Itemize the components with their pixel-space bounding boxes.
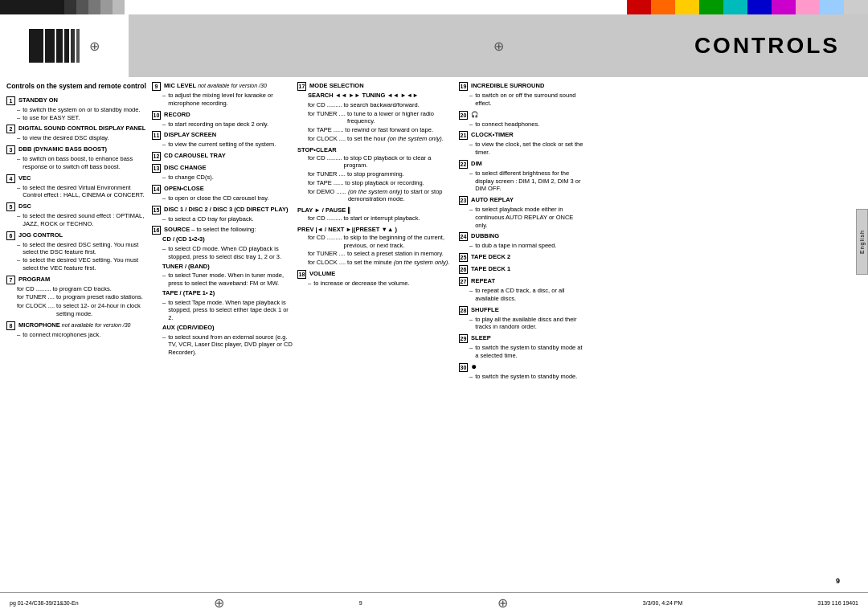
item-power: 30 ⏺ to switch the system to standby mod… [459,363,583,381]
footer: pg 01-24/C38-39/21&30-En ⊕ 9 ⊕ 3/3/00, 4… [0,592,868,613]
item-disc-change: 13 DISC CHANGE to change CD(s). [152,164,293,182]
item-num-5: 5 [6,202,15,211]
english-tab: English [856,209,868,275]
crosshair-bottom-center: ⊕ [497,595,508,611]
column-1: Controls on the system and remote contro… [6,82,147,383]
footer-page: 9 [359,600,362,606]
item-digital-sound: 2 DIGITAL SOUND CONTROL DISPLAY PANEL to… [6,125,147,142]
footer-date: 3/3/00, 4:24 PM [643,600,682,606]
item-tape-deck-2: 25 TAPE DECK 2 [459,253,583,262]
item-num-7: 7 [6,276,15,284]
item-record: 10 RECORD to start recording on tape dec… [152,111,293,129]
item-program: 7 PROGRAM for CD .........to program CD … [6,276,147,318]
bar-3 [56,29,63,63]
color-gray4 [113,0,125,14]
item-num-12: 12 [152,152,161,161]
item-num-17: 17 [297,82,306,91]
bar-4 [64,29,69,63]
footer-left: pg 01-24/C38-39/21&30-En [10,600,79,606]
color-yellow [675,0,699,14]
item-num-25: 25 [459,253,468,262]
color-red [627,0,651,14]
item-shuffle: 28 SHUFFLE to play all the available dis… [459,306,583,332]
item-num-6: 6 [6,231,15,240]
color-gray3 [100,0,113,14]
item-source: 16 SOURCE – to select the following: CD … [152,226,293,357]
item-dim: 22 DIM to select different brightness fo… [459,160,583,193]
column-2: 9 MIC LEVEL not available for version /3… [152,82,293,383]
item-mode-selection: 17 MODE SELECTION SEARCH ◄◄ ►► TUNING ◄◄… [297,82,454,143]
bar-5 [71,29,75,63]
item-jog: 6 JOG CONTROL to select the desired DSC … [6,231,147,272]
column-3: 17 MODE SELECTION SEARCH ◄◄ ►► TUNING ◄◄… [297,82,454,383]
color-bar [0,0,868,14]
column-4: 19 INCREDIBLE SURROUND to switch on or o… [459,82,600,383]
item-num-16: 16 [152,226,161,235]
item-num-11: 11 [152,131,161,140]
item-dbb: 3 DBB (DYNAMIC BASS BOOST) to switch on … [6,145,147,171]
color-light-blue [820,0,844,14]
item-stop-clear: STOP•CLEAR for CD .........to stop CD pl… [297,146,454,204]
item-play-pause: PLAY ► / PAUSE ‖ for CD .........to star… [297,206,454,223]
item-incredible-surround: 19 INCREDIBLE SURROUND to switch on or o… [459,82,583,108]
crosshair-top-center: ⊕ [493,39,504,54]
item-open-close: 14 OPEN•CLOSE to open or close the CD ca… [152,185,293,202]
item-num-29: 29 [459,334,468,343]
color-white-space [125,0,627,14]
item-num-15: 15 [152,206,161,215]
bar-2 [45,29,55,63]
item-num-21: 21 [459,131,468,140]
item-cd-carousel: 12 CD CAROUSEL TRAY [152,152,293,161]
item-num-22: 22 [459,160,468,169]
item-num-30: 30 [459,363,468,372]
header-right: ⊕ CONTROLS [129,14,868,77]
item-num-23: 23 [459,196,468,205]
color-black [0,0,64,14]
color-dark [64,0,76,14]
item-repeat: 27 REPEAT to repeat a CD track, a disc, … [459,277,583,303]
item-num-26: 26 [459,265,468,274]
color-gray1 [76,0,88,14]
page-number: 9 [836,577,840,585]
color-blue [747,0,772,14]
item-headphones: 20 🎧 to connect headphones. [459,111,583,129]
footer-right: 3139 116 19401 [817,600,858,606]
bar-6 [76,29,80,63]
item-num-3: 3 [6,145,15,154]
item-num-1: 1 [6,96,15,105]
item-num-24: 24 [459,232,468,241]
item-standby-on: 1 STANDBY ON to switch the system on or … [6,96,147,122]
item-num-8: 8 [6,321,15,330]
color-silver [844,0,868,14]
power-icon: ⏺ [471,363,477,370]
item-clock-timer: 21 CLOCK•TIMER to view the clock, set th… [459,131,583,157]
item-num-28: 28 [459,306,468,315]
item-display-screen: 11 DISPLAY SCREEN to view the current se… [152,131,293,149]
header-left: ⊕ [0,14,129,77]
bar-1 [29,29,43,63]
color-gray2 [88,0,100,14]
item-num-9: 9 [152,82,161,91]
item-microphone: 8 MICROPHONE not available for version /… [6,321,147,339]
crosshair-bottom-left: ⊕ [214,595,224,611]
item-sleep: 29 SLEEP to switch the system to standby… [459,334,583,360]
item-prev-next: PREV |◄ / NEXT ►|(PRESET ▼▲ ) for CD ...… [297,226,454,267]
page-title: CONTROLS [694,33,840,59]
item-num-18: 18 [297,270,306,279]
color-orange [651,0,675,14]
item-num-19: 19 [459,82,468,91]
item-mic-level: 9 MIC LEVEL not available for version /3… [152,82,293,108]
main-content: Controls on the system and remote contro… [0,77,868,388]
item-num-14: 14 [152,185,161,194]
item-dubbing: 24 DUBBING to dub a tape in normal speed… [459,232,583,250]
item-num-13: 13 [152,164,161,173]
item-tape-deck-1: 26 TAPE DECK 1 [459,265,583,274]
color-green [699,0,723,14]
crosshair-top-left: ⊕ [89,39,100,54]
headphones-icon: 🎧 [471,111,478,118]
item-num-27: 27 [459,277,468,286]
decorative-bars [29,29,80,63]
color-pink [796,0,820,14]
item-disc-123: 15 DISC 1 / DISC 2 / DISC 3 (CD DIRECT P… [152,206,293,223]
item-vec: 4 VEC to select the desired Virtual Envi… [6,174,147,200]
